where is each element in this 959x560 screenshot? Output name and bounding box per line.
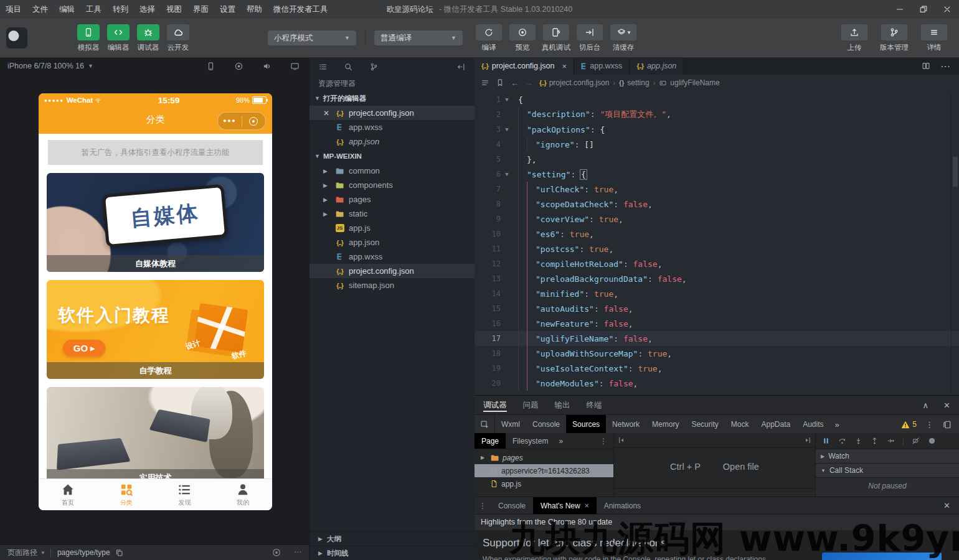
debugger-tab[interactable]: 调试器 — [483, 396, 507, 414]
bookmark-icon[interactable] — [496, 78, 504, 87]
code-text[interactable]: "coverView": true, — [513, 215, 623, 224]
editor-tab[interactable]: ∃app.wxss — [574, 57, 630, 75]
explorer-bottom-section[interactable]: ▶大纲 — [309, 531, 475, 546]
pause-on-exceptions-icon[interactable] — [928, 437, 936, 445]
menu-item[interactable]: 界面 — [187, 5, 214, 14]
code-text[interactable]: "newFeature": false, — [513, 319, 633, 329]
devtools-tab-network[interactable]: Network — [606, 415, 646, 434]
copy-icon[interactable] — [115, 549, 123, 557]
code-text[interactable]: "scopeDataCheck": false, — [513, 200, 653, 209]
devtools-tab-security[interactable]: Security — [685, 415, 724, 434]
restore-button[interactable] — [912, 0, 935, 19]
device-toolbar-icon[interactable] — [942, 420, 952, 429]
record-icon[interactable] — [234, 62, 243, 71]
explorer-item[interactable]: ▶common — [309, 164, 475, 178]
menu-item[interactable]: 编辑 — [54, 5, 80, 14]
more-actions-icon[interactable]: ⋯ — [940, 60, 950, 72]
chevron-right-icon[interactable]: ▶ — [323, 197, 334, 203]
explorer-item[interactable]: {..}app.json — [309, 134, 475, 149]
devtools-tab-memory[interactable]: Memory — [646, 415, 685, 434]
phone-debug-button[interactable]: 真机调试 — [541, 24, 571, 52]
watch-section[interactable]: ▶Watch — [816, 449, 959, 464]
more-options-icon[interactable]: ⋯ — [294, 548, 301, 558]
chevron-right-icon[interactable]: ▶ — [323, 168, 334, 174]
compile-mode-dropdown[interactable]: 普通编译 ▼ — [374, 30, 463, 45]
drawer-tab[interactable]: Console — [491, 497, 533, 514]
sources-tab-filesystem[interactable]: Filesystem — [506, 433, 555, 449]
explorer-item[interactable]: ▶components — [309, 178, 475, 192]
editor-tab[interactable]: {..}project.config.json× — [475, 57, 574, 75]
sound-icon[interactable] — [262, 62, 272, 71]
debugger-tab[interactable]: 问题 — [523, 396, 539, 414]
close-tab-icon[interactable]: × — [585, 502, 589, 510]
sources-tab-page[interactable]: Page — [475, 433, 506, 449]
debugger-tab[interactable]: 终端 — [587, 396, 602, 414]
devtools-tab-audits[interactable]: Audits — [796, 415, 829, 434]
breadcrumb-item[interactable]: uglifyFileName — [659, 78, 719, 87]
debugger-tab[interactable]: 输出 — [555, 396, 570, 414]
explorer-section-header[interactable]: ▼打开的编辑器 — [309, 91, 475, 106]
refresh-button[interactable]: 编译 — [474, 24, 504, 52]
close-drawer-icon[interactable]: ✕ — [943, 497, 959, 514]
sources-tree-item[interactable]: ▶pages — [475, 451, 613, 464]
details-button[interactable]: 详情 — [919, 24, 949, 52]
code-text[interactable]: }, — [513, 155, 537, 164]
menu-item[interactable]: 工具 — [80, 5, 107, 14]
step-over-icon[interactable] — [838, 437, 846, 445]
menu-item[interactable]: 设置 — [214, 5, 241, 14]
more-tabs-icon[interactable]: » — [555, 437, 567, 446]
sources-tree-item[interactable]: appservice?t=1614326283 — [475, 464, 613, 477]
close-file-icon[interactable]: ✕ — [323, 109, 334, 118]
fold-toggle-icon[interactable]: ▼ — [501, 126, 513, 133]
sources-tree-item[interactable]: app.js — [475, 477, 613, 490]
more-options-icon[interactable]: ⋮ — [600, 437, 613, 446]
explorer-item[interactable]: ▶static — [309, 207, 475, 221]
debug-toggle-button[interactable]: 调试器 — [133, 24, 163, 52]
code-text[interactable]: "setting": { — [513, 170, 587, 179]
breadcrumb-item[interactable]: {..}project.config.json — [539, 78, 609, 87]
step-into-icon[interactable] — [854, 437, 862, 445]
devtools-tab-wxml[interactable]: Wxml — [495, 415, 526, 434]
tabbar-item-me[interactable]: 我的 — [214, 479, 272, 510]
visibility-icon[interactable] — [272, 548, 281, 558]
callstack-section[interactable]: ▼Call Stack — [816, 464, 959, 478]
warning-badge[interactable]: 5 — [901, 420, 917, 429]
code-text[interactable]: "es6": true, — [513, 230, 594, 239]
chevron-right-icon[interactable]: ▶ — [323, 182, 334, 189]
panel-left-icon[interactable] — [618, 436, 626, 444]
devtools-tab-sources[interactable]: Sources — [566, 415, 606, 434]
code-toggle-button[interactable]: 编辑器 — [103, 24, 133, 52]
whats-new-card-title[interactable]: Support for let and class redeclarations — [483, 537, 959, 549]
menu-item[interactable]: 转到 — [107, 5, 134, 14]
code-text[interactable]: "uploadWithSourceMap": true, — [513, 349, 672, 358]
device-selector[interactable]: iPhone 6/7/8 100% 16 — [7, 62, 84, 70]
drawer-tab[interactable]: Animations — [597, 497, 648, 514]
category-card-tech[interactable]: 实用技术 — [47, 387, 264, 486]
code-text[interactable]: "compileHotReLoad": false, — [513, 259, 663, 269]
devtools-tab-appdata[interactable]: AppData — [755, 415, 796, 434]
menu-item[interactable]: 微信开发者工具 — [268, 5, 334, 14]
layers-button[interactable]: ▾清缓存 — [608, 24, 638, 52]
deactivate-breakpoints-icon[interactable] — [912, 437, 920, 445]
editor-tab[interactable]: {..}app.json — [630, 57, 684, 75]
code-text[interactable]: "ignore": [] — [513, 140, 594, 149]
mode-dropdown[interactable]: 小程序模式 ▼ — [268, 30, 356, 45]
menu-item[interactable]: 视图 — [161, 5, 187, 14]
navigate-forward-icon[interactable]: → — [525, 78, 533, 88]
pause-script-icon[interactable] — [822, 437, 830, 445]
code-text[interactable]: "description": "项目配置文件。", — [513, 109, 671, 120]
more-tabs-icon[interactable]: » — [830, 415, 844, 434]
tabbar-item-home[interactable]: 首页 — [39, 479, 97, 510]
more-menu-button[interactable]: ●●● — [218, 113, 242, 129]
panel-right-icon[interactable] — [803, 436, 811, 444]
category-card-media[interactable]: 自媒体 自媒体教程 — [47, 173, 264, 272]
code-text[interactable]: "urlCheck": true, — [513, 185, 618, 194]
go-button[interactable]: GO▶ — [63, 340, 105, 357]
navigate-back-icon[interactable]: ← — [511, 78, 519, 88]
upload-button[interactable]: 上传 — [839, 24, 869, 52]
cloud-toggle-button[interactable]: 云开发 — [163, 24, 193, 52]
code-text[interactable]: "useIsolateContext": true, — [513, 364, 663, 373]
explorer-section-header[interactable]: ▼MP-WEIXIN — [309, 149, 475, 164]
open-file-hint[interactable]: Open file — [723, 462, 759, 472]
rotate-device-icon[interactable] — [206, 62, 215, 71]
